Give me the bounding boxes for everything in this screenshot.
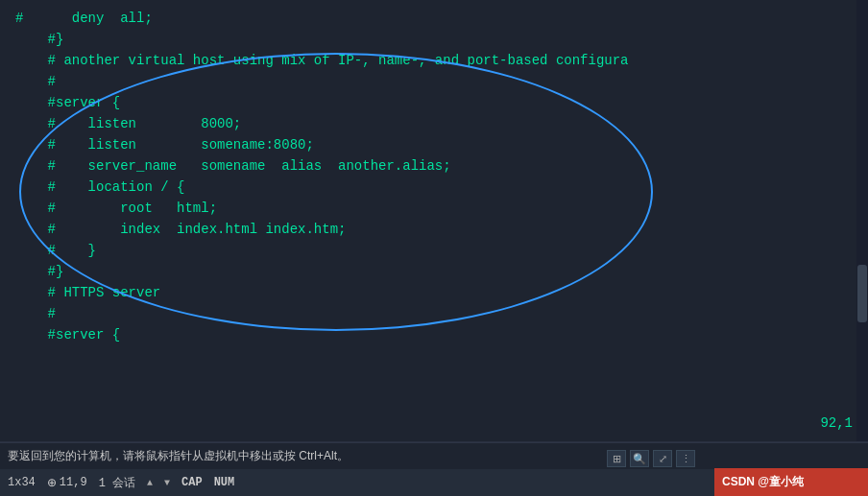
code-line-1: # deny all; — [15, 8, 853, 29]
num-indicator: NUM — [214, 476, 235, 489]
code-line-20: #server { — [15, 324, 853, 345]
code-line-19: # — [15, 303, 853, 324]
zoom-icon[interactable]: 🔍 — [630, 450, 649, 467]
code-line-13: # index index.html index.htm; — [15, 219, 853, 240]
cap-label: CAP — [181, 476, 203, 489]
arrow-down-button[interactable] — [164, 476, 170, 489]
status-message: 要返回到您的计算机，请将鼠标指针从虚拟机中移出或按 Ctrl+Alt。 ⊞ 🔍 … — [0, 442, 868, 469]
scrollbar-thumb[interactable] — [857, 265, 867, 322]
char-info-display: ⊕ 11,9 — [47, 476, 87, 490]
csdn-panel[interactable]: CSDN @童小纯 — [714, 468, 868, 496]
code-editor[interactable]: # deny all; #} # another virtual host us… — [0, 0, 868, 441]
num-label: NUM — [214, 476, 235, 489]
code-line-7: # listen 8000; — [15, 113, 853, 134]
code-line-12: # root html; — [15, 198, 853, 219]
scrollbar[interactable] — [856, 0, 868, 441]
session-display: 1 会话 — [99, 475, 135, 491]
expand-icon[interactable]: ⤢ — [653, 450, 672, 467]
code-line-9: # server_name somename alias another.ali… — [15, 155, 853, 177]
code-line-6: #server { — [15, 92, 853, 113]
code-line-5: # — [15, 71, 853, 92]
status-icons: ⊞ 🔍 ⤢ ⋮ — [607, 450, 695, 467]
cursor-pos-text: 1x34 — [8, 476, 36, 489]
bottom-bar: 1x34 ⊕ 11,9 1 会话 CAP NUM CSDN @童小纯 — [0, 469, 868, 496]
status-bar: 要返回到您的计算机，请将鼠标指针从虚拟机中移出或按 Ctrl+Alt。 ⊞ 🔍 … — [0, 441, 868, 496]
status-message-text: 要返回到您的计算机，请将鼠标指针从虚拟机中移出或按 Ctrl+Alt。 — [8, 448, 349, 464]
csdn-text: CSDN @童小纯 — [722, 474, 804, 490]
code-line-8: # listen somename:8080; — [15, 134, 853, 155]
char-info-label: ⊕ — [47, 476, 57, 490]
cursor-pos-display: 1x34 — [8, 476, 36, 489]
code-line-4: # another virtual host using mix of IP-,… — [15, 50, 853, 71]
code-line-15: #} — [15, 261, 853, 282]
code-line-14: # } — [15, 240, 853, 261]
more-icon[interactable]: ⋮ — [676, 450, 695, 467]
char-info-text: 11,9 — [60, 476, 87, 489]
code-line-2: #} — [15, 29, 853, 50]
monitor-icon[interactable]: ⊞ — [607, 450, 626, 467]
arrow-up-icon — [147, 476, 153, 489]
code-line-18: # HTTPS server — [15, 282, 853, 303]
cap-indicator: CAP — [181, 476, 203, 489]
arrow-down-icon — [164, 476, 170, 489]
session-text: 1 会话 — [99, 475, 135, 491]
arrow-up-button[interactable] — [147, 476, 153, 489]
cursor-position: 92,1 — [820, 413, 853, 434]
code-line-11: # location / { — [15, 177, 853, 198]
